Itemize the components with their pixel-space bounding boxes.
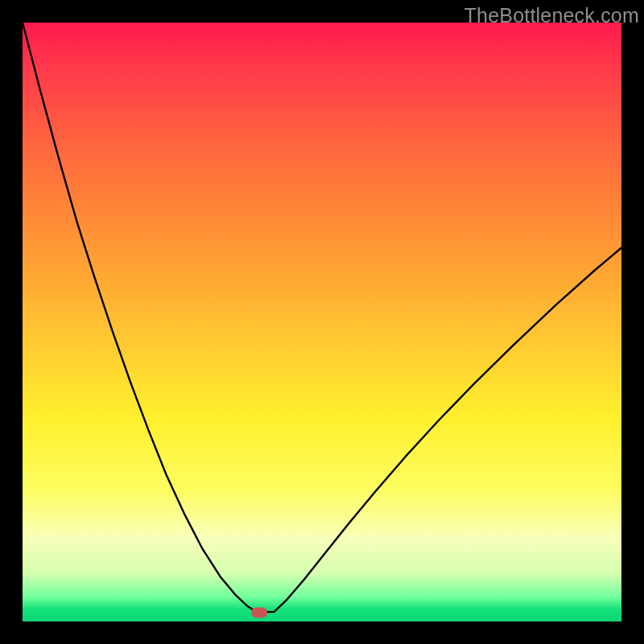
- optimal-marker: [251, 607, 267, 617]
- frame: TheBottleneck.com: [0, 0, 644, 644]
- watermark: TheBottleneck.com: [464, 4, 639, 27]
- bottleneck-curve: [23, 23, 621, 612]
- curve-svg: [0, 0, 644, 644]
